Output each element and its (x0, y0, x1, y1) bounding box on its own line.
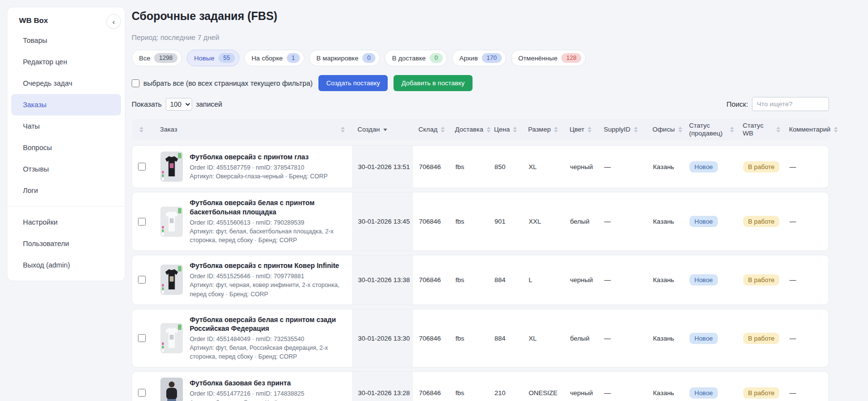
office-cell: Казань (647, 158, 684, 175)
filter-tab-отменённые[interactable]: Отменённые128 (511, 50, 586, 66)
column-label: Цвет (570, 126, 584, 134)
column-header-размер[interactable]: Размер (522, 123, 564, 136)
sidebar-item-настройки[interactable]: Настройки (11, 211, 121, 233)
sort-icon (678, 127, 682, 133)
filter-tab-в-доставке[interactable]: В доставке0 (385, 50, 447, 66)
column-header-статус-продавец[interactable]: Статус (продавец) (683, 119, 737, 140)
sidebar-item-редактор-цен[interactable]: Редактор цен (11, 51, 121, 73)
row-checkbox[interactable] (138, 163, 146, 171)
filter-tab-на-сборке[interactable]: На сборке1 (244, 50, 304, 66)
sidebar-item-заказы[interactable]: Заказы (11, 94, 121, 115)
office-cell: Казань (647, 213, 684, 230)
column-header-select[interactable] (132, 124, 154, 135)
product-title: Футболка оверсайз с принтом глаз (190, 153, 328, 161)
sort-icon (441, 127, 445, 133)
sort-icon (139, 127, 143, 133)
status-wb-cell: В работе (737, 211, 784, 232)
size-cell: XXL (523, 213, 564, 230)
search-input[interactable] (752, 97, 829, 111)
sidebar-item-вопросы[interactable]: Вопросы (11, 137, 121, 158)
price-cell: 901 (489, 213, 523, 230)
supplyid-cell: — (598, 158, 647, 175)
filter-count-badge: 0 (362, 53, 375, 63)
column-header-комментарий[interactable]: Комментарий (783, 123, 841, 136)
column-header-статус-wb[interactable]: Статус WB (737, 119, 783, 140)
delivery-cell: fbs (450, 213, 489, 230)
column-header-цвет[interactable]: Цвет (564, 123, 598, 136)
status-seller-badge: Новое (690, 216, 718, 227)
size-cell: XL (523, 330, 564, 347)
order-id-line: Order ID: 4551587759 · nmID: 378547810 (190, 163, 328, 172)
office-cell: Казань (647, 330, 684, 347)
sidebar-item-очередь-задач[interactable]: Очередь задач (11, 73, 121, 94)
sidebar-item-выход-admin[interactable]: Выход (admin) (11, 254, 121, 276)
add-to-supply-button[interactable]: Добавить в поставку (394, 75, 472, 91)
sidebar-item-логи[interactable]: Логи (11, 180, 121, 201)
table-row: Футболка оверсайз белая с принтом сзади … (132, 309, 829, 368)
records-label: записей (196, 100, 222, 108)
product-image (160, 207, 183, 237)
row-checkbox-cell (132, 158, 155, 175)
sort-icon (554, 127, 558, 133)
filter-tab-в-маркировке[interactable]: В маркировке0 (309, 50, 380, 66)
orders-table: ЗаказСозданСкладДоставкаЦенаРазмерЦветSu… (132, 119, 829, 401)
filter-label: Новые (194, 55, 215, 62)
column-label: SupplyID (604, 126, 631, 134)
sidebar-divider (7, 206, 125, 207)
warehouse-cell: 706846 (413, 158, 450, 175)
order-id-line: Order ID: 4551484049 · nmID: 732535540 (190, 335, 348, 344)
table-row: Футболка оверсайз белая с принтом баскет… (132, 192, 829, 251)
product-image (160, 323, 183, 353)
product-title: Футболка оверсайз белая с принтом баскет… (190, 198, 348, 216)
row-checkbox[interactable] (138, 389, 146, 397)
comment-cell: — (784, 384, 829, 401)
column-header-supplyid[interactable]: SupplyID (598, 123, 647, 136)
comment-cell: — (784, 158, 829, 175)
page-size-select[interactable]: 100 (166, 98, 192, 111)
sidebar-item-чаты[interactable]: Чаты (11, 115, 121, 137)
order-id-line: Order ID: 4551525646 · nmID: 709779881 (190, 272, 348, 281)
comment-cell: — (784, 271, 829, 288)
price-cell: 884 (489, 330, 523, 347)
sidebar-item-отзывы[interactable]: Отзывы (11, 158, 121, 180)
column-header-склад[interactable]: Склад (413, 123, 449, 136)
row-checkbox-cell (132, 213, 155, 230)
sidebar-item-товары[interactable]: Товары (11, 30, 121, 51)
color-cell: белый (564, 213, 598, 230)
create-supply-button[interactable]: Создать поставку (318, 75, 388, 91)
sidebar-nav: ТоварыРедактор ценОчередь задачЗаказыЧат… (7, 30, 125, 201)
row-checkbox[interactable] (138, 334, 146, 342)
filter-count-badge: 1298 (154, 53, 178, 63)
filter-tab-все[interactable]: Все1298 (132, 50, 182, 66)
sidebar-collapse-button[interactable]: ‹ (106, 14, 121, 29)
column-header-заказ[interactable]: Заказ (154, 123, 352, 136)
created-cell: 30-01-2026 13:38 (352, 255, 413, 305)
delivery-cell: fbs (450, 158, 489, 175)
comment-cell: — (784, 213, 829, 230)
article-line: Артикул: фут, белая, Российская федераци… (190, 344, 348, 361)
select-all-checkbox[interactable] (132, 79, 139, 87)
article-line: Артикул: фут, белая, баскетбольная площа… (190, 227, 348, 245)
column-header-офисы[interactable]: Офисы (647, 123, 683, 136)
article-line: Артикул: Оверсайз-глаза-черный · Бренд: … (190, 172, 328, 181)
filter-tab-новые[interactable]: Новые55 (187, 50, 239, 66)
sidebar-footer-nav: НастройкиПользователиВыход (admin) (7, 211, 125, 276)
row-checkbox[interactable] (138, 276, 146, 284)
column-header-создан[interactable]: Создан (352, 123, 413, 136)
price-cell: 210 (489, 384, 523, 401)
status-wb-cell: В работе (737, 328, 784, 349)
row-checkbox[interactable] (138, 218, 146, 226)
office-cell: Казань (647, 271, 684, 288)
table-row: Футболка оверсайз с принтом глаз Order I… (132, 145, 829, 188)
order-cell: Футболка оверсайз с принтом Ковер Infini… (155, 255, 352, 305)
column-header-цена[interactable]: Цена (488, 123, 522, 136)
sort-icon (634, 127, 638, 133)
sort-icon (776, 127, 780, 133)
article-line: Артикул: фут, черная, ковер инфинити, 2-… (190, 281, 348, 298)
column-label: Статус (продавец) (689, 122, 727, 137)
color-cell: белый (564, 330, 598, 347)
sidebar-item-пользователи[interactable]: Пользователи (11, 233, 121, 254)
column-header-доставка[interactable]: Доставка (449, 123, 488, 136)
status-seller-cell: Новое (684, 211, 737, 232)
filter-tab-архив[interactable]: Архив170 (452, 50, 506, 66)
